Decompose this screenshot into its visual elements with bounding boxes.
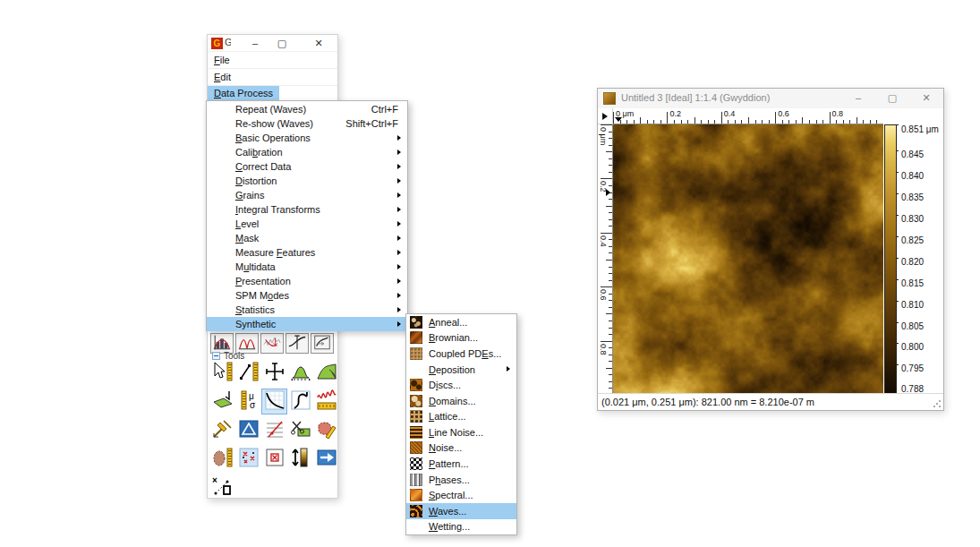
menu-item-statistics[interactable]: Statistics — [207, 303, 407, 317]
menu-item-re-show-waves[interactable]: Re-show (Waves)Shift+Ctrl+F — [207, 116, 407, 131]
close-icon[interactable]: ✕ — [909, 89, 943, 108]
submenu-arrow-icon — [397, 192, 401, 198]
menu-item-multidata[interactable]: Multidata — [207, 260, 407, 274]
tool-pencil-mask-button[interactable] — [314, 418, 338, 442]
menubar-item-edit[interactable]: Edit — [208, 69, 337, 86]
tool-x-dotted-zero-button[interactable]: × — [210, 475, 234, 500]
menu-item-basic-operations[interactable]: Basic Operations — [207, 131, 407, 145]
menu-item-deposition[interactable]: Deposition — [406, 362, 516, 378]
menu-item-brownian[interactable]: Brownian... — [406, 330, 516, 346]
tools-section-label: Tools — [224, 351, 244, 361]
minimize-icon[interactable]: – — [841, 89, 875, 108]
tool-green-peak-button[interactable] — [288, 361, 312, 385]
pointer-ruler-icon — [212, 361, 234, 386]
menu-item-label: Waves... — [429, 506, 466, 517]
tools-section-header[interactable]: Tools — [212, 350, 244, 361]
graph-export-box-button[interactable] — [311, 333, 334, 354]
tool-box-red-spot-button[interactable] — [262, 447, 286, 471]
page: { "toolbox_window": { "title": "Gwyddion… — [0, 0, 980, 547]
menu-item-label: Wetting... — [429, 521, 470, 532]
tool-blue-s-curve-button[interactable] — [288, 389, 312, 414]
maximize-icon[interactable]: ▢ — [875, 89, 909, 108]
menu-item-repeat-waves[interactable]: Repeat (Waves)Ctrl+F — [207, 102, 407, 116]
ruler-corner-button[interactable] — [598, 108, 613, 124]
afm-image[interactable] — [613, 124, 883, 395]
discs-thumbnail-icon — [410, 379, 422, 391]
maximize-icon[interactable]: ▢ — [272, 35, 292, 52]
submenu-arrow-icon — [397, 321, 401, 327]
collapse-expander-icon[interactable] — [212, 352, 220, 360]
menu-item-waves[interactable]: Waves... — [406, 503, 516, 519]
ruler-mu-sigma-icon: μσ — [238, 389, 260, 415]
minimize-icon[interactable]: – — [245, 35, 265, 52]
menu-item-noise[interactable]: Noise... — [406, 440, 516, 457]
tool-arrow-gradient-button[interactable] — [288, 447, 312, 471]
menu-item-calibration[interactable]: Calibration — [207, 145, 407, 159]
menu-item-distortion[interactable]: Distortion — [207, 174, 407, 188]
data-image-window: Untitled 3 [Ideal] 1:1.4 (Gwyddion) – ▢ … — [597, 88, 944, 411]
graph-noise-fit-button[interactable] — [260, 333, 284, 354]
menu-item-coupled-pdes[interactable]: Coupled PDEs... — [406, 346, 516, 362]
color-scale-label: 0.805 — [901, 321, 924, 331]
menu-item-measure-features[interactable]: Measure Features — [207, 245, 407, 260]
toolbox-titlebar[interactable]: G Gwyddion – ▢ ✕ — [208, 35, 337, 52]
menu-item-pattern[interactable]: Pattern... — [406, 456, 516, 472]
menu-item-synthetic[interactable]: Synthetic — [207, 317, 407, 331]
status-bar: (0.021 μm, 0.251 μm): 821.00 nm = 8.210e… — [598, 393, 943, 410]
graph-cut-curve-button[interactable] — [285, 333, 309, 354]
menu-item-phases[interactable]: Phases... — [406, 472, 516, 488]
resize-grip[interactable] — [933, 399, 942, 408]
menubar-item-label: Data Process — [208, 88, 273, 98]
menu-item-grains[interactable]: Grains — [207, 188, 407, 202]
menu-item-mask[interactable]: Mask — [207, 231, 407, 245]
submenu-arrow-icon — [397, 307, 401, 312]
menu-item-line-noise[interactable]: Line Noise... — [406, 424, 516, 440]
pattern-thumbnail-icon — [410, 457, 422, 470]
tool-blue-grid-curve-button[interactable] — [262, 389, 286, 414]
menu-item-label: Repeat (Waves) — [235, 104, 306, 115]
menu-item-label: Presentation — [235, 276, 291, 286]
tool-green-fan-button[interactable] — [314, 361, 338, 385]
menu-item-integral-transforms[interactable]: Integral Transforms — [207, 202, 407, 217]
menu-item-correct-data[interactable]: Correct Data — [207, 159, 407, 174]
svg-text:×: × — [212, 475, 217, 485]
tool-ruler-mu-sigma-button[interactable]: μσ — [236, 389, 260, 414]
menu-item-spectral[interactable]: Spectral... — [406, 487, 516, 503]
submenu-arrow-icon — [397, 278, 401, 284]
menu-item-wetting[interactable]: Wetting... — [406, 519, 516, 535]
menu-item-anneal[interactable]: Anneal... — [406, 314, 516, 330]
tool-blue-box-arrow-button[interactable] — [314, 447, 338, 471]
color-scale-label: 0.840 — [901, 171, 924, 181]
tool-scissors-green-button[interactable] — [288, 418, 312, 442]
tool-blue-triangle-button[interactable] — [236, 418, 260, 442]
menu-item-label: Distortion — [235, 175, 277, 186]
submenu-arrow-icon — [397, 264, 401, 269]
menu-item-lattice[interactable]: Lattice... — [406, 408, 516, 424]
tool-red-line-rows-button[interactable] — [262, 418, 286, 442]
tool-cross-profile-button[interactable] — [262, 361, 286, 385]
image-window-titlebar[interactable]: Untitled 3 [Ideal] 1:1.4 (Gwyddion) – ▢ … — [598, 89, 943, 108]
menu-item-shortcut: Ctrl+F — [371, 102, 398, 116]
menu-item-label: Coupled PDEs... — [429, 348, 501, 359]
menu-item-presentation[interactable]: Presentation — [207, 274, 407, 288]
menu-item-discs[interactable]: Discs... — [406, 377, 516, 393]
tool-pointer-ruler-button[interactable] — [210, 361, 234, 385]
green-peak-icon — [290, 361, 311, 386]
menu-item-level[interactable]: Level — [207, 217, 407, 231]
menu-item-label: Mask — [235, 233, 259, 244]
tool-yellow-axe-button[interactable] — [210, 418, 234, 442]
tool-green-scoop-button[interactable] — [210, 389, 234, 414]
menu-item-label: Line Noise... — [429, 427, 483, 438]
menu-item-domains[interactable]: Domains... — [406, 393, 516, 409]
close-icon[interactable]: ✕ — [309, 35, 328, 52]
tool-line-ruler-button[interactable] — [236, 361, 260, 385]
tool-blue-box-red-x-button[interactable] — [236, 447, 260, 471]
menubar-item-data-process[interactable]: Data Process — [208, 86, 337, 101]
menu-item-spm-modes[interactable]: SPM Modes — [207, 288, 407, 303]
tool-red-waves-ruler-button[interactable] — [314, 389, 338, 414]
graph-export-box-icon — [312, 333, 332, 355]
graph-cut-curve-icon — [287, 333, 307, 355]
tool-blob-ruler-button[interactable] — [210, 447, 234, 471]
menubar-item-file[interactable]: File — [208, 52, 337, 69]
menu-item-label: Domains... — [429, 396, 476, 406]
